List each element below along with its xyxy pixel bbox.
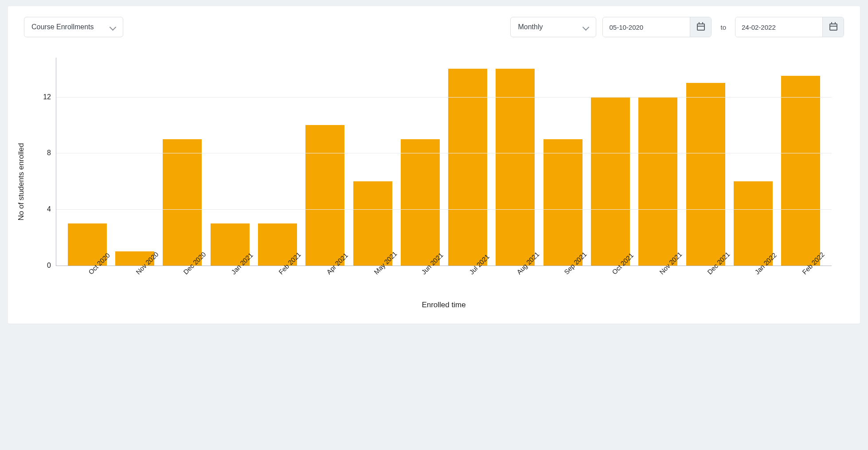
x-label-slot: Feb 2021 — [254, 268, 301, 296]
bar-slot — [777, 58, 825, 266]
date-to-picker-button[interactable] — [822, 17, 844, 37]
x-labels: Oct 2020Nov 2020Dec 2020Jan 2021Feb 2021… — [56, 268, 832, 296]
date-to-group — [735, 17, 844, 37]
x-label-slot: Jun 2021 — [396, 268, 444, 296]
gridline — [56, 209, 832, 210]
bar[interactable] — [163, 139, 202, 266]
plot-area: 04812 — [56, 58, 832, 266]
bar[interactable] — [781, 76, 820, 266]
chart: No of students enrolled 04812 Oct 2020No… — [24, 53, 844, 310]
x-label-slot: Jul 2021 — [444, 268, 491, 296]
controls-row: Course Enrollments Monthly to — [24, 17, 844, 37]
granularity-label: Monthly — [518, 23, 543, 31]
bar[interactable] — [353, 181, 392, 266]
x-label-slot: Oct 2020 — [63, 268, 110, 296]
bar[interactable] — [448, 69, 487, 266]
x-label-slot: May 2021 — [348, 268, 396, 296]
bar[interactable] — [591, 97, 630, 266]
x-label-slot: Dec 2020 — [158, 268, 206, 296]
bar-slot — [634, 58, 682, 266]
bar[interactable] — [638, 97, 677, 266]
x-label-slot: Oct 2021 — [586, 268, 634, 296]
bar-slot — [396, 58, 444, 266]
chevron-down-icon — [583, 24, 589, 30]
x-label-slot: Nov 2020 — [110, 268, 158, 296]
bar-slot — [586, 58, 634, 266]
x-label-slot: Aug 2021 — [491, 268, 539, 296]
x-label-slot: Feb 2022 — [777, 268, 825, 296]
bar-slot — [159, 58, 206, 266]
y-tick-label: 0 — [47, 262, 56, 270]
date-range-to-label: to — [718, 23, 729, 31]
gridline — [56, 97, 832, 98]
y-axis-title: No of students enrolled — [17, 143, 26, 221]
chevron-down-icon — [109, 24, 116, 30]
calendar-icon — [697, 23, 705, 31]
bar[interactable] — [305, 125, 344, 266]
y-tick-label: 8 — [47, 149, 56, 157]
date-to-input[interactable] — [735, 17, 822, 37]
bars-container — [56, 58, 832, 266]
bar-slot — [539, 58, 586, 266]
bar-slot — [301, 58, 349, 266]
x-label-slot: Apr 2021 — [301, 268, 348, 296]
date-from-group — [602, 17, 712, 37]
bar[interactable] — [401, 139, 440, 266]
report-card: Course Enrollments Monthly to No of stud… — [8, 6, 860, 324]
x-label-slot: Nov 2021 — [634, 268, 682, 296]
bar-slot — [254, 58, 301, 266]
y-tick-label: 12 — [43, 93, 56, 101]
date-from-picker-button[interactable] — [690, 17, 711, 37]
bar-slot — [492, 58, 539, 266]
x-axis-title: Enrolled time — [56, 301, 832, 309]
bar-slot — [444, 58, 492, 266]
date-from-input[interactable] — [603, 17, 690, 37]
bar-slot — [682, 58, 729, 266]
x-label-slot: Jan 2021 — [206, 268, 253, 296]
y-tick-label: 4 — [47, 205, 56, 213]
bar-slot — [206, 58, 254, 266]
bar-slot — [63, 58, 111, 266]
bar-slot — [349, 58, 396, 266]
x-label-slot: Jan 2022 — [729, 268, 777, 296]
bar-slot — [111, 58, 158, 266]
granularity-dropdown[interactable]: Monthly — [510, 17, 596, 37]
bar[interactable] — [686, 83, 725, 266]
bar[interactable] — [734, 181, 773, 266]
calendar-icon — [829, 23, 837, 31]
report-type-dropdown[interactable]: Course Enrollments — [24, 17, 123, 37]
x-label-slot: Sep 2021 — [539, 268, 586, 296]
bar-slot — [729, 58, 777, 266]
report-type-label: Course Enrollments — [31, 23, 94, 31]
bar[interactable] — [543, 139, 583, 266]
x-label-slot: Dec 2021 — [682, 268, 729, 296]
bar[interactable] — [496, 69, 535, 266]
gridline — [56, 153, 832, 153]
